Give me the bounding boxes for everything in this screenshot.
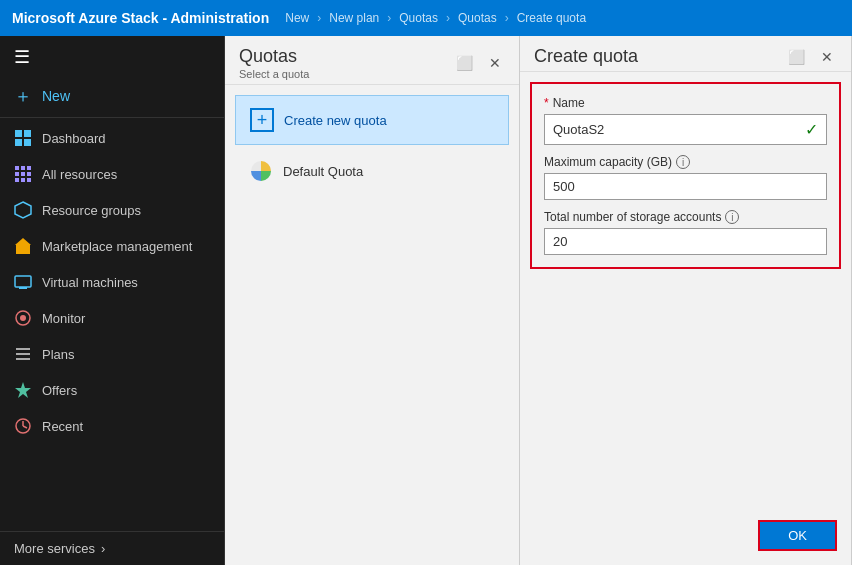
svg-rect-14 — [16, 245, 30, 254]
sidebar-item-all-resources[interactable]: All resources — [0, 156, 224, 192]
sidebar-item-new[interactable]: ＋ New — [0, 78, 224, 118]
hamburger-button[interactable]: ☰ — [0, 36, 224, 78]
breadcrumb-new[interactable]: New — [285, 11, 309, 25]
capacity-info-icon[interactable]: i — [676, 155, 690, 169]
breadcrumb-quotas1[interactable]: Quotas — [399, 11, 438, 25]
breadcrumb-quotas2[interactable]: Quotas — [458, 11, 497, 25]
quotas-panel-body: + Create new quota Default Quota — [225, 85, 519, 565]
storage-label: Total number of storage accounts i — [544, 210, 827, 224]
create-quota-title-block: Create quota — [534, 46, 638, 67]
svg-rect-5 — [21, 166, 25, 170]
recent-icon — [14, 417, 32, 435]
capacity-input-wrapper — [544, 173, 827, 200]
create-quota-panel: Create quota ⬜ ✕ * Name ✓ — [520, 36, 852, 565]
svg-rect-6 — [27, 166, 31, 170]
sidebar-label-marketplace: Marketplace management — [42, 239, 192, 254]
create-new-quota-button[interactable]: + Create new quota — [235, 95, 509, 145]
create-quota-resize-button[interactable]: ⬜ — [784, 47, 809, 67]
svg-rect-3 — [24, 139, 31, 146]
quotas-panel-subtitle: Select a quota — [239, 68, 309, 80]
sidebar-label-dashboard: Dashboard — [42, 131, 106, 146]
dashboard-icon — [14, 129, 32, 147]
svg-rect-12 — [27, 178, 31, 182]
ok-button[interactable]: OK — [758, 520, 837, 551]
sidebar-label-offers: Offers — [42, 383, 77, 398]
create-quota-form-section: * Name ✓ Maximum capacity (GB) i — [530, 82, 841, 269]
svg-rect-17 — [19, 287, 27, 289]
svg-rect-11 — [21, 178, 25, 182]
content-area: Quotas Select a quota ⬜ ✕ + Create new q… — [225, 36, 852, 565]
svg-rect-16 — [15, 276, 31, 287]
create-quota-panel-actions: ⬜ ✕ — [784, 47, 837, 67]
svg-rect-21 — [16, 353, 30, 355]
create-plus-icon: + — [250, 108, 274, 132]
svg-rect-2 — [15, 139, 22, 146]
breadcrumb-newplan[interactable]: New plan — [329, 11, 379, 25]
sidebar-item-monitor[interactable]: Monitor — [0, 300, 224, 336]
quotas-panel-title-block: Quotas Select a quota — [239, 46, 309, 80]
sidebar-item-recent[interactable]: Recent — [0, 408, 224, 444]
all-resources-icon — [14, 165, 32, 183]
storage-label-text: Total number of storage accounts — [544, 210, 721, 224]
default-quota-label: Default Quota — [283, 164, 363, 179]
ok-button-container: OK — [520, 506, 851, 565]
sidebar-item-dashboard[interactable]: Dashboard — [0, 120, 224, 156]
quotas-panel: Quotas Select a quota ⬜ ✕ + Create new q… — [225, 36, 520, 565]
plus-icon: ＋ — [14, 87, 32, 105]
storage-input-wrapper — [544, 228, 827, 255]
quotas-panel-title: Quotas — [239, 46, 309, 67]
svg-marker-15 — [15, 238, 31, 245]
svg-marker-13 — [15, 202, 31, 218]
sidebar-item-marketplace[interactable]: Marketplace management — [0, 228, 224, 264]
marketplace-icon — [14, 237, 32, 255]
quotas-panel-header: Quotas Select a quota ⬜ ✕ — [225, 36, 519, 85]
svg-marker-23 — [15, 382, 31, 398]
svg-rect-10 — [15, 178, 19, 182]
storage-input[interactable] — [553, 234, 818, 249]
top-bar: Microsoft Azure Stack - Administration N… — [0, 0, 852, 36]
name-input-wrapper: ✓ — [544, 114, 827, 145]
svg-rect-7 — [15, 172, 19, 176]
svg-rect-8 — [21, 172, 25, 176]
sidebar-item-resource-groups[interactable]: Resource groups — [0, 192, 224, 228]
sidebar-label-monitor: Monitor — [42, 311, 85, 326]
sidebar-item-offers[interactable]: Offers — [0, 372, 224, 408]
sidebar-label-recent: Recent — [42, 419, 83, 434]
sidebar-item-virtual-machines[interactable]: Virtual machines — [0, 264, 224, 300]
sidebar: ☰ ＋ New Dashboard All resources Resource… — [0, 36, 225, 565]
create-quota-panel-title: Create quota — [534, 46, 638, 67]
more-services-chevron: › — [101, 541, 105, 556]
sidebar-label-all-resources: All resources — [42, 167, 117, 182]
capacity-input[interactable] — [553, 179, 818, 194]
name-input[interactable] — [553, 122, 805, 137]
main-layout: ☰ ＋ New Dashboard All resources Resource… — [0, 36, 852, 565]
storage-info-icon[interactable]: i — [725, 210, 739, 224]
create-quota-form-body: * Name ✓ Maximum capacity (GB) i — [520, 72, 851, 506]
svg-rect-9 — [27, 172, 31, 176]
create-quota-close-button[interactable]: ✕ — [817, 47, 837, 67]
quota-item-default[interactable]: Default Quota — [235, 149, 509, 193]
create-new-quota-label: Create new quota — [284, 113, 387, 128]
name-label-text: Name — [553, 96, 585, 110]
svg-point-19 — [20, 315, 26, 321]
svg-rect-22 — [16, 358, 30, 360]
offers-icon — [14, 381, 32, 399]
svg-rect-4 — [15, 166, 19, 170]
create-quota-panel-header: Create quota ⬜ ✕ — [520, 36, 851, 72]
name-required-star: * — [544, 96, 549, 110]
svg-rect-20 — [16, 348, 30, 350]
sidebar-label-resource-groups: Resource groups — [42, 203, 141, 218]
quotas-panel-actions: ⬜ ✕ — [452, 53, 505, 73]
name-valid-icon: ✓ — [805, 120, 818, 139]
sidebar-item-plans[interactable]: Plans — [0, 336, 224, 372]
breadcrumb: New › New plan › Quotas › Quotas › Creat… — [281, 11, 590, 25]
breadcrumb-createquota[interactable]: Create quota — [517, 11, 586, 25]
resource-groups-icon — [14, 201, 32, 219]
new-label: New — [42, 88, 70, 104]
more-services-link[interactable]: More services › — [0, 531, 224, 565]
capacity-label-text: Maximum capacity (GB) — [544, 155, 672, 169]
quotas-panel-close-button[interactable]: ✕ — [485, 53, 505, 73]
quotas-panel-resize-button[interactable]: ⬜ — [452, 53, 477, 73]
svg-rect-0 — [15, 130, 22, 137]
default-quota-icon — [249, 159, 273, 183]
